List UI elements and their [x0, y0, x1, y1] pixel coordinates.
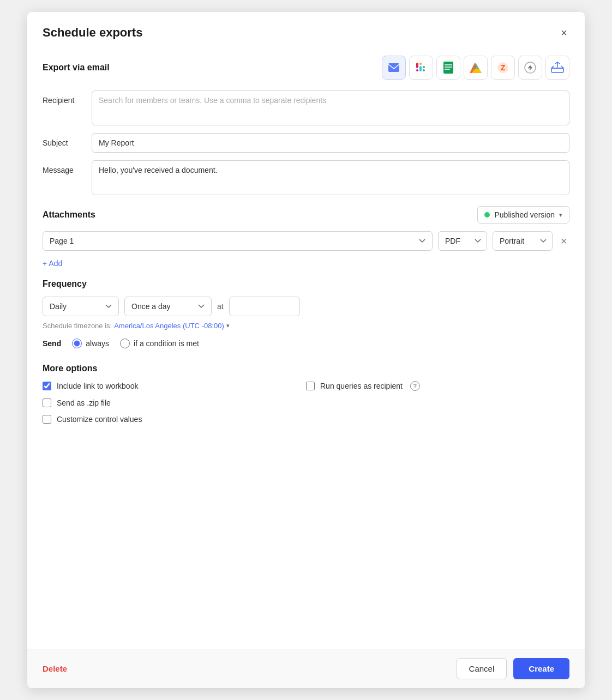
send-label: Send [43, 339, 61, 348]
frequency-row: Daily Weekly Monthly Once a day Twice a … [43, 297, 569, 316]
tray-export-icon-btn[interactable] [545, 56, 569, 80]
frequency-title: Frequency [43, 279, 87, 288]
svg-rect-1 [416, 63, 418, 68]
zapier-icon-btn[interactable]: Z [491, 56, 515, 80]
customize-row: Customize control values [43, 415, 306, 424]
customize-label: Customize control values [57, 415, 142, 424]
attachments-header: Attachments Published version ▾ [43, 206, 569, 224]
sheets-icon-btn[interactable] [436, 56, 460, 80]
recipient-input[interactable] [92, 90, 569, 125]
always-option[interactable]: always [72, 339, 109, 348]
export-header: Export via email [43, 56, 569, 80]
frequency-select[interactable]: Once a day Twice a day [124, 297, 212, 316]
include-link-checkbox[interactable] [43, 382, 51, 390]
run-queries-label: Run queries as recipient [320, 382, 403, 390]
period-select[interactable]: Daily Weekly Monthly [43, 297, 119, 316]
condition-label: if a condition is met [134, 339, 199, 348]
frequency-section: Frequency Daily Weekly Monthly Once a da… [43, 279, 569, 330]
more-options-grid: Include link to workbook Run queries as … [43, 373, 569, 424]
svg-rect-17 [551, 68, 563, 73]
include-link-row: Include link to workbook [43, 381, 306, 391]
svg-rect-6 [423, 69, 425, 71]
recipient-row: Recipient [43, 90, 569, 125]
svg-rect-2 [416, 69, 418, 71]
schedule-exports-modal: Schedule exports × Export via email [27, 12, 585, 688]
svg-rect-9 [445, 64, 452, 65]
message-input[interactable]: Hello, you've received a document. [92, 160, 569, 195]
svg-rect-10 [445, 67, 452, 68]
add-attachment-button[interactable]: + Add [43, 259, 62, 268]
published-version-label: Published version [494, 210, 555, 219]
format-select[interactable]: PDF PNG CSV [438, 231, 487, 251]
more-options-section: More options Include link to workbook Ru… [43, 364, 569, 424]
include-link-label: Include link to workbook [57, 382, 138, 390]
always-radio[interactable] [72, 339, 82, 348]
svg-rect-7 [419, 63, 422, 65]
chevron-down-icon: ▾ [559, 212, 562, 219]
run-queries-checkbox[interactable] [306, 382, 315, 390]
attachment-item: Page 1 PDF PNG CSV Portrait Landscape ✕ [43, 231, 569, 251]
run-queries-help-icon[interactable]: ? [410, 381, 420, 391]
condition-radio[interactable] [120, 339, 130, 348]
email-icon-btn[interactable] [382, 56, 406, 80]
footer-actions: Cancel Create [457, 658, 569, 679]
customize-checkbox[interactable] [43, 415, 51, 424]
timezone-prefix: Schedule timezone is: [43, 322, 112, 330]
create-button[interactable]: Create [513, 658, 569, 679]
condition-option[interactable]: if a condition is met [120, 339, 199, 348]
upload-icon-btn[interactable] [518, 56, 542, 80]
export-section-title: Export via email [43, 63, 110, 73]
slack-icon-btn[interactable] [409, 56, 433, 80]
close-button[interactable]: × [559, 25, 569, 40]
subject-row: Subject [43, 133, 569, 153]
page-select[interactable]: Page 1 [43, 231, 433, 251]
modal-footer: Delete Cancel Create [27, 649, 585, 688]
timezone-chevron-icon: ▾ [226, 322, 230, 329]
zip-file-row: Send as .zip file [43, 399, 306, 407]
subject-input[interactable] [92, 133, 569, 153]
message-label: Message [43, 160, 92, 174]
published-version-button[interactable]: Published version ▾ [477, 206, 569, 224]
time-input[interactable]: 03:45 PM [229, 297, 300, 316]
delete-button[interactable]: Delete [43, 664, 67, 673]
send-row: Send always if a condition is met [43, 339, 569, 348]
svg-rect-0 [388, 63, 399, 72]
svg-rect-11 [445, 69, 450, 70]
modal-header: Schedule exports × [27, 12, 585, 49]
message-row: Message Hello, you've received a documen… [43, 160, 569, 195]
more-options-title: More options [43, 364, 97, 373]
svg-text:Z: Z [501, 63, 506, 72]
zip-file-label: Send as .zip file [57, 399, 111, 407]
always-label: always [86, 339, 109, 348]
at-label: at [217, 302, 224, 311]
cancel-button[interactable]: Cancel [457, 658, 507, 679]
orientation-select[interactable]: Portrait Landscape [493, 231, 553, 251]
drive-icon-btn[interactable] [464, 56, 488, 80]
modal-title: Schedule exports [43, 26, 142, 40]
svg-rect-4 [419, 66, 422, 71]
zip-file-checkbox[interactable] [43, 399, 51, 407]
export-icon-row: Z [382, 56, 569, 80]
timezone-row: Schedule timezone is: America/Los Angele… [43, 322, 569, 330]
subject-label: Subject [43, 133, 92, 147]
svg-rect-5 [423, 66, 425, 68]
remove-attachment-button[interactable]: ✕ [558, 234, 569, 249]
published-dot [484, 212, 490, 218]
run-queries-row: Run queries as recipient ? [306, 381, 569, 391]
recipient-label: Recipient [43, 90, 92, 105]
modal-body: Export via email [27, 49, 585, 649]
timezone-link[interactable]: America/Los Angeles (UTC -08:00) [114, 322, 224, 330]
attachments-title: Attachments [43, 210, 95, 220]
